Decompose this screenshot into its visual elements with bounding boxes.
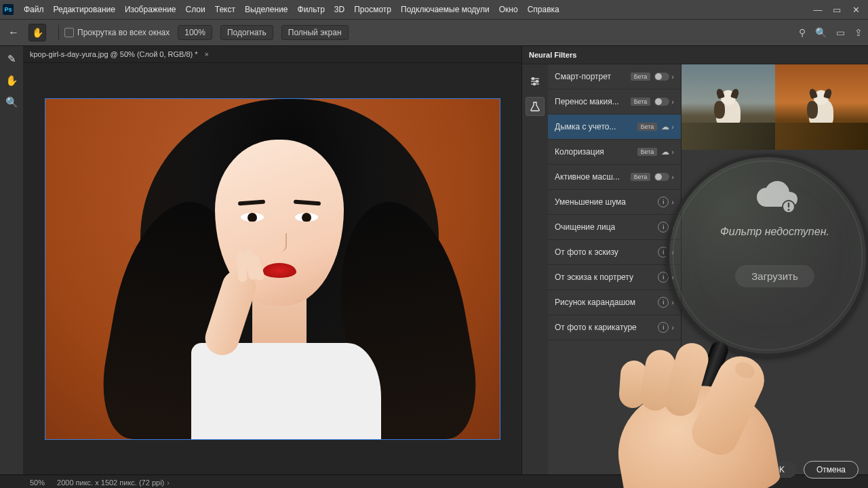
chevron-right-icon: › — [671, 248, 674, 256]
toggle-icon[interactable] — [654, 73, 669, 81]
sliders-icon[interactable] — [526, 73, 544, 90]
cloud-warning-icon — [751, 180, 799, 214]
canvas-area: kpop-girl-s-day-yura.jpg @ 50% (Слой 0, … — [23, 46, 521, 474]
info-icon[interactable]: i — [658, 272, 669, 283]
panel-footer-actions: ▣ й слой OK Отмена — [689, 461, 859, 479]
back-icon[interactable]: ← — [5, 24, 22, 41]
status-chevron-icon[interactable]: › — [167, 479, 170, 487]
chevron-right-icon: › — [671, 298, 674, 306]
window-restore-icon[interactable]: ▭ — [827, 5, 846, 15]
options-bar: ← ✋ Прокрутка во всех окнах 100% Подогна… — [0, 19, 868, 46]
filter-colorize[interactable]: Колоризация Бета ☁ › — [548, 140, 681, 165]
zoom-value[interactable]: 100% — [178, 25, 212, 40]
svg-point-8 — [787, 209, 789, 211]
status-dimensions: 2000 пикс. x 1502 пикс. (72 ppi) — [57, 479, 164, 487]
filter-preview-column: Фильтр недоступен. Загрузить — [682, 64, 868, 474]
menu-file[interactable]: Файл — [19, 5, 49, 14]
filter-noise-reduction[interactable]: Уменьшение шума i › — [548, 190, 681, 215]
svg-point-5 — [533, 83, 535, 85]
chevron-right-icon: › — [671, 323, 674, 331]
unavailable-message: Фильтр недоступен. — [682, 226, 868, 238]
filter-depth-haze[interactable]: Дымка с учето... Бета ☁ › — [548, 115, 681, 140]
cancel-button[interactable]: Отмена — [804, 461, 859, 479]
panel-title: Neural Filters — [522, 46, 868, 64]
window-close-icon[interactable]: ✕ — [846, 5, 865, 15]
chevron-right-icon: › — [671, 148, 674, 156]
info-icon[interactable]: i — [658, 247, 669, 258]
chevron-right-icon: › — [671, 198, 674, 206]
close-tab-icon[interactable]: × — [205, 50, 209, 58]
document-tab[interactable]: kpop-girl-s-day-yura.jpg @ 50% (Слой 0, … — [23, 46, 521, 63]
info-icon[interactable]: i — [658, 297, 669, 308]
preview-toggle-icon[interactable]: ▣ — [689, 464, 698, 475]
workspace-icon[interactable]: ▭ — [836, 27, 845, 38]
chevron-right-icon: › — [671, 98, 674, 106]
flask-icon[interactable] — [526, 97, 545, 116]
menubar: Ps Файл Редактирование Изображение Слои … — [0, 0, 868, 19]
toggle-icon[interactable] — [654, 98, 669, 106]
menu-filter[interactable]: Фильтр — [293, 5, 330, 14]
menu-plugins[interactable]: Подключаемые модули — [396, 5, 494, 14]
preview-before — [682, 64, 775, 150]
menu-help[interactable]: Справка — [523, 5, 564, 14]
hand-tool-icon[interactable]: ✋ — [28, 24, 46, 41]
app-logo: Ps — [3, 4, 14, 15]
filter-face-cleanup[interactable]: Очищение лица i › — [548, 215, 681, 240]
panel-category-column — [522, 64, 548, 474]
chevron-right-icon: › — [671, 273, 674, 281]
menu-text[interactable]: Текст — [210, 5, 240, 14]
menu-edit[interactable]: Редактирование — [49, 5, 120, 14]
output-layer-select[interactable]: й слой — [705, 461, 754, 479]
svg-point-4 — [536, 80, 538, 82]
window-minimize-icon[interactable]: — — [808, 5, 827, 15]
filter-unavailable: Фильтр недоступен. Загрузить — [682, 180, 868, 287]
brush-tool-icon[interactable]: ✎ — [3, 50, 20, 68]
menu-window[interactable]: Окно — [494, 5, 523, 14]
menu-layers[interactable]: Слои — [181, 5, 210, 14]
chevron-right-icon: › — [671, 223, 674, 231]
info-icon[interactable]: i — [658, 322, 669, 333]
scroll-all-checkbox[interactable] — [64, 28, 74, 37]
filter-super-zoom[interactable]: Активное масш... Бета › — [548, 165, 681, 190]
chevron-right-icon: › — [671, 123, 674, 131]
hand-tool-icon-side[interactable]: ✋ — [3, 72, 20, 89]
filter-pencil-drawing[interactable]: Рисунок карандашом i › — [548, 290, 681, 315]
chevron-right-icon: › — [671, 73, 674, 81]
zoom-tool-icon[interactable]: 🔍 — [3, 94, 20, 111]
svg-point-3 — [532, 77, 534, 79]
filter-list: Смарт-портрет Бета › Перенос макия... Бе… — [548, 64, 682, 474]
canvas[interactable] — [45, 98, 500, 440]
portrait-subject — [45, 99, 500, 439]
toggle-icon[interactable] — [654, 173, 669, 181]
fit-button[interactable]: Подогнать — [220, 25, 273, 40]
chevron-right-icon: › — [671, 173, 674, 181]
menu-3d[interactable]: 3D — [330, 5, 349, 14]
menu-select[interactable]: Выделение — [240, 5, 293, 14]
neural-filters-panel: Neural Filters Смарт-портрет Бета › П — [521, 46, 868, 474]
document-tab-title: kpop-girl-s-day-yura.jpg @ 50% (Слой 0, … — [30, 50, 198, 58]
menu-image[interactable]: Изображение — [120, 5, 181, 14]
filter-makeup-transfer[interactable]: Перенос макия... Бета › — [548, 89, 681, 115]
filter-sketch-to-portrait[interactable]: От эскиза к портрету i › — [548, 265, 681, 290]
share-icon[interactable]: ⇪ — [854, 27, 863, 38]
filter-photo-to-sketch[interactable]: От фото к эскизу i › — [548, 240, 681, 265]
window-controls: — ▭ ✕ — [808, 5, 865, 15]
status-zoom[interactable]: 50% — [30, 479, 45, 487]
search-icon-alt[interactable]: 🔍 — [815, 27, 827, 38]
preview-after — [775, 64, 869, 150]
cloud-download-icon[interactable]: ☁ — [661, 122, 669, 131]
filter-photo-to-caricature[interactable]: От фото к карикатуре i › — [548, 315, 681, 340]
download-button[interactable]: Загрузить — [735, 265, 814, 287]
before-after-preview — [682, 64, 868, 150]
cloud-download-icon[interactable]: ☁ — [661, 147, 669, 157]
scroll-all-label: Прокрутка во всех окнах — [77, 28, 170, 37]
ok-button[interactable]: OK — [761, 462, 797, 478]
filter-smart-portrait[interactable]: Смарт-портрет Бета › — [548, 64, 681, 89]
divider — [58, 25, 59, 40]
menu-view[interactable]: Просмотр — [349, 5, 396, 14]
fullscreen-button[interactable]: Полный экран — [281, 25, 349, 40]
info-icon[interactable]: i — [658, 222, 669, 232]
left-toolbar: ✎ ✋ 🔍 — [0, 46, 23, 474]
search-icon[interactable]: ⚲ — [799, 27, 806, 38]
info-icon[interactable]: i — [658, 197, 669, 207]
